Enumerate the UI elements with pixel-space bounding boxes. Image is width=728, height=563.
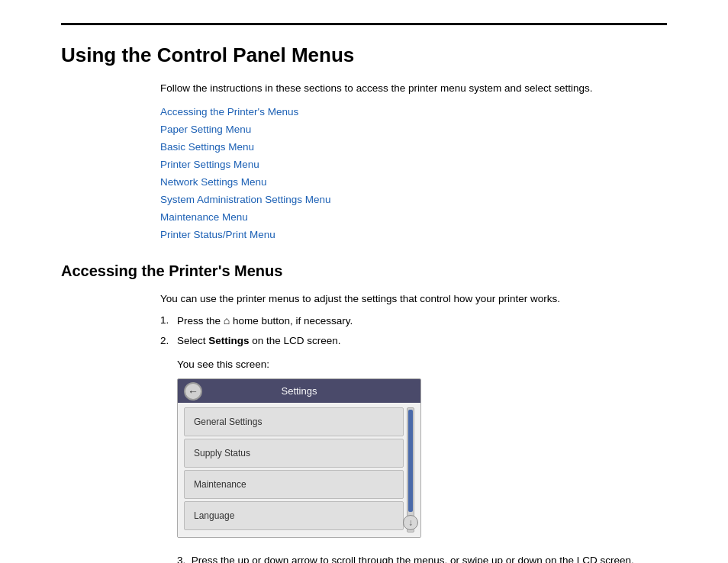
scroll-track [408, 410, 413, 512]
lcd-header: ← Settings [178, 379, 420, 404]
lcd-menu-item[interactable]: Language [184, 501, 404, 530]
lcd-screen: ← Settings General SettingsSupply Status… [177, 378, 421, 539]
lcd-header-title: Settings [185, 384, 413, 399]
you-see-text: You see this screen: [177, 357, 667, 372]
lcd-menu-item[interactable]: General Settings [184, 407, 404, 436]
toc-link[interactable]: System Administration Settings Menu [160, 191, 667, 209]
scrollbar: ↓ [407, 407, 414, 532]
settings-bold: Settings [208, 335, 249, 346]
lcd-menu-item[interactable]: Supply Status [184, 439, 404, 468]
lcd-menu-items: General SettingsSupply StatusMaintenance… [184, 407, 404, 532]
home-icon: ⌂ [224, 313, 230, 329]
step-2-content: Select Settings on the LCD screen. [177, 333, 667, 349]
step-1-num: 1. [160, 313, 177, 328]
back-arrow-icon: ← [188, 386, 198, 397]
step-3-content: Press the up or down arrow to scroll thr… [192, 555, 634, 563]
intro-text: Follow the instructions in these section… [160, 81, 667, 96]
page-title: Using the Control Panel Menus [61, 40, 667, 70]
top-border [61, 23, 667, 25]
lcd-content: General SettingsSupply StatusMaintenance… [178, 403, 420, 537]
step-1-content: Press the ⌂ home button, if necessary. [177, 313, 667, 329]
toc-link[interactable]: Printer Settings Menu [160, 156, 667, 174]
toc-link[interactable]: Maintenance Menu [160, 209, 667, 227]
back-button[interactable]: ← [184, 382, 202, 401]
toc-link[interactable]: Paper Setting Menu [160, 121, 667, 139]
section-body: You can use the printer menus to adjust … [160, 291, 667, 563]
toc-link[interactable]: Accessing the Printer's Menus [160, 104, 667, 121]
section-intro: You can use the printer menus to adjust … [160, 291, 667, 307]
lcd-menu-item[interactable]: Maintenance [184, 470, 404, 499]
toc-link[interactable]: Basic Settings Menu [160, 139, 667, 156]
toc-links: Accessing the Printer's MenusPaper Setti… [160, 104, 667, 244]
page-container: Using the Control Panel Menus Follow the… [0, 0, 728, 563]
toc-link[interactable]: Printer Status/Print Menu [160, 227, 667, 244]
toc-link[interactable]: Network Settings Menu [160, 174, 667, 191]
lcd-screen-wrapper: ← Settings General SettingsSupply Status… [177, 378, 667, 539]
scroll-down-icon: ↓ [408, 516, 413, 529]
section-title: Accessing the Printer's Menus [61, 259, 667, 282]
steps-list: 1. Press the ⌂ home button, if necessary… [160, 313, 667, 349]
scroll-down-button[interactable]: ↓ [403, 515, 418, 530]
step-1: 1. Press the ⌂ home button, if necessary… [160, 313, 667, 329]
step-3-num: 3. [177, 555, 192, 563]
step-2-num: 2. [160, 333, 177, 349]
step-3-text: 3. Press the up or down arrow to scroll … [177, 553, 667, 563]
step-2: 2. Select Settings on the LCD screen. [160, 333, 667, 349]
